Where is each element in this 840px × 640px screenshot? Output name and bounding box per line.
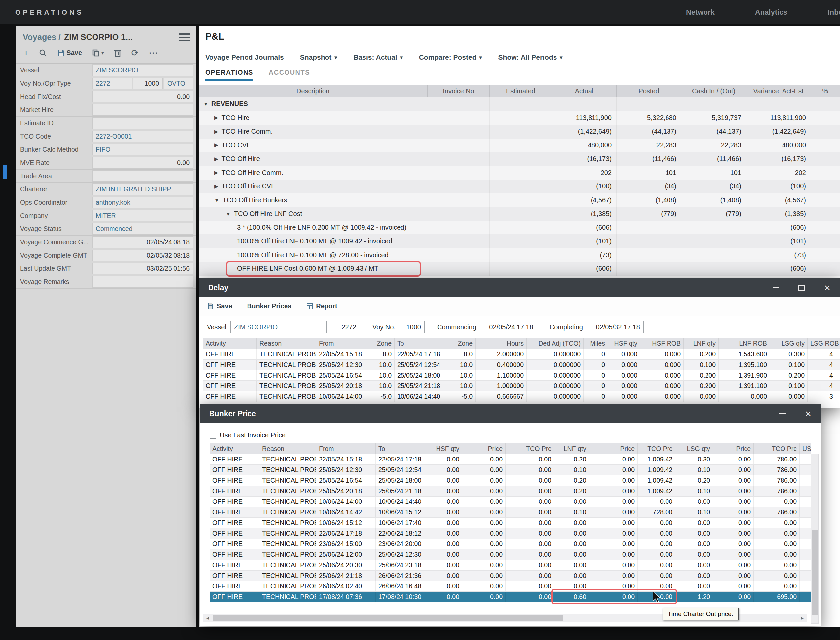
table-row[interactable]: OFF HIRETECHNICAL PROBLEM17/08/24 07:361…	[210, 592, 811, 602]
field-value[interactable]: 0.00	[92, 91, 193, 102]
pnl-row[interactable]: 100.0% Off Hire LNF 0.100 MT @ 728.00 - …	[199, 248, 840, 262]
voyage-number-field[interactable]: 1000	[399, 321, 425, 333]
column-header[interactable]: To	[394, 338, 454, 349]
delay-dialog-titlebar[interactable]: Delay ×	[199, 278, 840, 297]
nav-analytics[interactable]: Analytics	[755, 8, 787, 16]
column-header[interactable]: To	[376, 443, 435, 454]
column-header[interactable]: Miles	[584, 338, 608, 349]
pnl-toolbar-item[interactable]: Compare: Posted▾	[419, 53, 482, 61]
minimize-icon[interactable]	[779, 413, 786, 414]
nav-inbox[interactable]: Inbox	[828, 8, 840, 16]
table-row[interactable]: OFF HIRETECHNICAL PROBLEM26/06/24 02:402…	[210, 581, 811, 592]
commencing-field[interactable]: 02/05/24 17:18	[480, 321, 537, 333]
close-icon[interactable]: ×	[824, 284, 830, 291]
pnl-row[interactable]: 100.0% Off Hire LNF 0.100 MT @ 1009.42 -…	[199, 234, 840, 248]
bunker-dialog-titlebar[interactable]: Bunker Price ×	[200, 404, 821, 423]
table-row[interactable]: OFF HIRETECHNICAL PROBLEM23/06/24 15:002…	[210, 539, 811, 549]
table-row[interactable]: OFF HIRETECHNICAL PROBLEM25/05/24 20:182…	[210, 486, 811, 496]
save-button[interactable]: Save	[207, 302, 232, 310]
pnl-row[interactable]: ▶TCO Hire Comm.(1,422,649)(44,137)(44,13…	[199, 125, 840, 139]
table-row[interactable]: OFF HIRETECHNICAL PROBLEM25/05/24 16:542…	[210, 475, 811, 486]
more-options-icon[interactable]: ⋯	[149, 47, 158, 58]
table-row[interactable]: OFF HIRETECHNICAL PROBLEM25/06/24 20:302…	[210, 560, 811, 571]
maximize-icon[interactable]	[798, 285, 805, 291]
pnl-row[interactable]: ▶TCO Off Hire(16,173)(11,466)(11,466)(16…	[199, 152, 840, 166]
use-last-invoice-price-checkbox[interactable]	[210, 432, 216, 439]
vessel-code-field[interactable]: 2272	[331, 321, 360, 333]
column-header[interactable]: Reason	[259, 443, 316, 454]
pnl-row[interactable]: ▶TCO Off Hire Comm.202101101202	[199, 166, 840, 180]
hamburger-menu-icon[interactable]	[179, 34, 190, 41]
scroll-left-icon[interactable]: ◄	[203, 614, 212, 622]
field-value[interactable]: ZIM SCORPIO	[92, 64, 193, 76]
field-value[interactable]: Commenced	[92, 223, 193, 235]
report-button[interactable]: Report	[306, 302, 337, 310]
column-header[interactable]: Variance: Act-Est	[746, 85, 811, 97]
pnl-row[interactable]: ▼TCO Off Hire LNF Cost(1,385)(779)(779)(…	[199, 207, 840, 221]
column-header[interactable]: TCO Prc	[506, 443, 554, 454]
tree-collapse-icon[interactable]: ▼	[203, 101, 208, 107]
column-header[interactable]: TCO Prc	[754, 443, 800, 454]
field-value[interactable]	[92, 117, 193, 129]
tree-expand-icon[interactable]: ▶	[214, 129, 219, 134]
field-value[interactable]: 2272	[92, 78, 132, 89]
pnl-row[interactable]: 3 * (100.0% Off Hire LNF 0.200 MT @ 1009…	[199, 221, 840, 235]
breadcrumb[interactable]: Voyages /	[23, 32, 61, 42]
tree-expand-icon[interactable]: ▶	[214, 142, 219, 148]
minimize-icon[interactable]	[773, 287, 779, 288]
tree-expand-icon[interactable]: ▶	[214, 170, 219, 176]
pnl-toolbar-item[interactable]: Basis: Actual▾	[353, 53, 402, 61]
scroll-right-icon[interactable]: ►	[798, 614, 807, 622]
field-value[interactable]: anthony.kok	[92, 197, 193, 208]
delete-icon[interactable]	[114, 49, 121, 57]
tree-expand-icon[interactable]: ▶	[214, 115, 219, 121]
field-value[interactable]: 02/05/32 08:18	[92, 250, 193, 261]
column-header[interactable]: HSF ROB	[640, 338, 684, 349]
column-header[interactable]: From	[316, 443, 376, 454]
table-row[interactable]: OFF HIRETECHNICAL PROBLEM22/05/24 15:182…	[210, 454, 811, 465]
table-row[interactable]: OFF HIRETECHNICAL PROBLEM10/06/24 14:001…	[210, 496, 811, 507]
tab-operations[interactable]: OPERATIONS	[205, 69, 254, 81]
column-header[interactable]: Zone	[454, 338, 476, 349]
column-header[interactable]: %	[811, 85, 840, 97]
scrollbar-thumb[interactable]	[213, 614, 563, 621]
completing-field[interactable]: 02/05/32 17:18	[587, 321, 644, 333]
tree-collapse-icon[interactable]: ▼	[226, 211, 231, 216]
pnl-row[interactable]: ▶TCO CVE480,00022,28322,283480,000	[199, 139, 840, 152]
pnl-row[interactable]: ▼TCO Off Hire Bunkers(4,567)(1,408)(1,40…	[199, 194, 840, 207]
tab-accounts[interactable]: ACCOUNTS	[269, 69, 310, 81]
pnl-row[interactable]: ▼REVENUES	[199, 97, 840, 111]
field-value[interactable]: ZIM INTEGRATED SHIPP	[92, 184, 193, 195]
column-header[interactable]: LNF qty	[684, 338, 719, 349]
table-row[interactable]: OFF HIRETECHNICAL PROBLEM25/05/24 20:181…	[203, 381, 840, 391]
column-header[interactable]: LSG ROB	[808, 338, 840, 349]
field-value[interactable]: 0.00	[92, 157, 193, 169]
save-button[interactable]: Save	[57, 49, 82, 56]
table-row[interactable]: OFF HIRETECHNICAL PROBLEM25/06/24 21:182…	[210, 571, 811, 581]
tree-expand-icon[interactable]: ▶	[214, 184, 219, 189]
table-row[interactable]: OFF HIRETECHNICAL PROBLEM25/05/24 16:541…	[203, 370, 840, 381]
column-header[interactable]: Ded Adj (TCO)	[527, 338, 584, 349]
column-header[interactable]: Actual	[552, 85, 616, 97]
column-header[interactable]: Posted	[616, 85, 681, 97]
column-header[interactable]: Reason	[257, 338, 316, 349]
field-value[interactable]: 02/05/24 08:18	[92, 236, 193, 248]
pnl-row[interactable]: ▶TCO Off Hire CVE(100)(34)(34)(100)	[199, 179, 840, 194]
table-row[interactable]: OFF HIRETECHNICAL PROBLEM10/06/24 14:421…	[210, 507, 811, 518]
field-value[interactable]: 03/02/25 01:56	[92, 263, 193, 274]
tree-collapse-icon[interactable]: ▼	[214, 197, 219, 203]
tree-expand-icon[interactable]: ▶	[214, 156, 219, 162]
column-header[interactable]: Hours	[476, 338, 527, 349]
column-header[interactable]: Activity	[203, 338, 257, 349]
table-row[interactable]: OFF HIRETECHNICAL PROBLEM25/05/24 12:302…	[210, 465, 811, 475]
pnl-toolbar-item[interactable]: Snapshot▾	[300, 53, 337, 61]
column-header[interactable]: Description	[199, 85, 428, 97]
refresh-icon[interactable]: ⟳	[131, 47, 139, 58]
column-header[interactable]: LNF qty	[554, 443, 589, 454]
column-header[interactable]: Price	[713, 443, 754, 454]
field-value[interactable]: OVTO	[164, 78, 193, 89]
search-icon[interactable]	[39, 49, 47, 57]
column-header[interactable]: HSF qty	[608, 338, 640, 349]
column-header[interactable]: HSF qty	[435, 443, 462, 454]
column-header[interactable]: Price	[589, 443, 638, 454]
